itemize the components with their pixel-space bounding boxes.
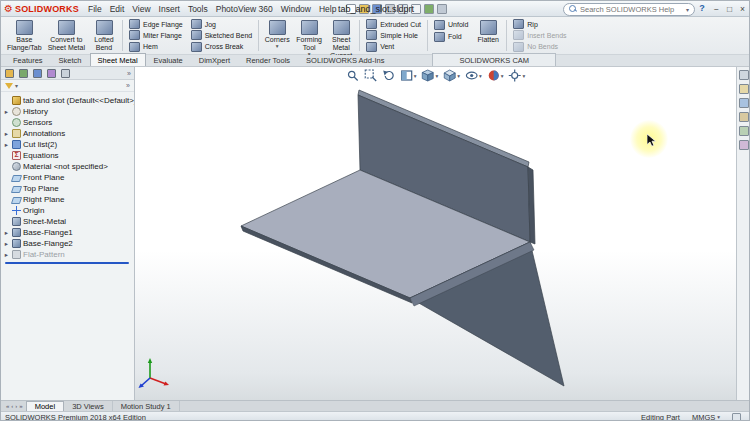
- tree-item-cut-list-2[interactable]: ▸Cut list(2): [3, 139, 134, 150]
- ribbon-button-sheet-metal-gusset[interactable]: Sheet Metal Gusset: [325, 18, 357, 53]
- filter-caret-icon[interactable]: ▾: [15, 82, 18, 89]
- menu-edit[interactable]: Edit: [106, 4, 129, 14]
- ribbon-button-hem[interactable]: Hem: [127, 42, 185, 52]
- view-orientation-button[interactable]: ▾: [420, 69, 439, 82]
- tab-features[interactable]: Features: [5, 53, 51, 66]
- edit-appearance-button[interactable]: ▾: [486, 69, 505, 82]
- appearances-icon[interactable]: [739, 140, 749, 150]
- tree-item-base-flange2[interactable]: ▸Base-Flange2: [3, 238, 134, 249]
- view-palette-icon[interactable]: [739, 126, 749, 136]
- file-explorer-icon[interactable]: [739, 112, 749, 122]
- design-library-icon[interactable]: [739, 98, 749, 108]
- panel-collapse-icon[interactable]: »: [126, 82, 130, 89]
- tree-item-sensors[interactable]: Sensors: [3, 117, 134, 128]
- search-caret-icon[interactable]: ▾: [686, 6, 689, 13]
- ribbon-button-miter-flange[interactable]: Miter Flange: [127, 30, 185, 40]
- help-button[interactable]: ?: [697, 3, 707, 13]
- scroll-right-icon[interactable]: ›: [15, 403, 17, 409]
- menu-photoview-360[interactable]: PhotoView 360: [212, 4, 277, 14]
- tree-item-material-not-specified[interactable]: Material <not specified>: [3, 161, 134, 172]
- scroll-left-icon[interactable]: ‹: [11, 403, 13, 409]
- menu-window[interactable]: Window: [277, 4, 315, 14]
- hide-items-button[interactable]: ▾: [464, 69, 483, 82]
- tree-item-annotations[interactable]: ▸Annotations: [3, 128, 134, 139]
- sheet-metal-part[interactable]: [135, 67, 736, 400]
- menu-help[interactable]: Help: [315, 4, 340, 14]
- tree-item-origin[interactable]: Origin: [3, 205, 134, 216]
- tab-sketch[interactable]: Sketch: [51, 53, 90, 66]
- tab-propertymanager[interactable]: [18, 68, 29, 79]
- menu-view[interactable]: View: [128, 4, 154, 14]
- collapse-icon[interactable]: [739, 70, 749, 80]
- ribbon-button-vent[interactable]: Vent: [364, 42, 423, 52]
- menu-insert[interactable]: Insert: [155, 4, 184, 14]
- tree-item-front-plane[interactable]: Front Plane: [3, 172, 134, 183]
- tree-item-flat-pattern[interactable]: ▸Flat-Pattern: [3, 249, 134, 260]
- expand-arrow-icon[interactable]: ▸: [3, 240, 10, 248]
- tab-displaymanager[interactable]: [60, 68, 71, 79]
- tree-item-sheet-metal[interactable]: Sheet-Metal: [3, 216, 134, 227]
- close-button[interactable]: ×: [736, 4, 749, 14]
- tab-model[interactable]: Model: [26, 401, 64, 411]
- ribbon-button-forming-tool[interactable]: Forming Tool▾: [293, 18, 325, 53]
- custom-properties-tag-icon[interactable]: [732, 413, 741, 421]
- ribbon-button-simple-hole[interactable]: Simple Hole: [364, 30, 423, 40]
- search-input[interactable]: [580, 5, 683, 14]
- tab-evaluate[interactable]: Evaluate: [146, 53, 191, 66]
- tab-solidworks-add-ins[interactable]: SOLIDWORKS Add-Ins: [298, 53, 392, 66]
- maximize-button[interactable]: □: [723, 4, 736, 14]
- tree-item-history[interactable]: ▸History: [3, 106, 134, 117]
- ribbon-button-corners[interactable]: Corners▾: [261, 18, 293, 53]
- expand-arrow-icon[interactable]: ▸: [3, 229, 10, 237]
- scroll-first-icon[interactable]: «: [6, 403, 9, 409]
- tree-item-base-flange1[interactable]: ▸Base-Flange1: [3, 227, 134, 238]
- section-view-button[interactable]: ▾: [399, 69, 418, 82]
- ribbon-button-lofted-bend[interactable]: Lofted Bend: [88, 18, 120, 53]
- zoom-area-button[interactable]: [363, 69, 378, 82]
- minimize-button[interactable]: −: [710, 4, 723, 14]
- ribbon-button-convert-to-sheet-metal[interactable]: Convert to Sheet Metal: [45, 18, 88, 53]
- tree-item-top-plane[interactable]: Top Plane: [3, 183, 134, 194]
- tab-3d-views[interactable]: 3D Views: [64, 401, 113, 411]
- tree-item-tab-and-slot-default-default-display[interactable]: tab and slot (Default<<Default>_Display: [3, 95, 134, 106]
- unit-system-selector[interactable]: MMGS ▾: [692, 413, 720, 421]
- tab-solidworks-cam[interactable]: SOLIDWORKS CAM: [432, 53, 556, 66]
- tab-sheet-metal[interactable]: Sheet Metal: [90, 53, 146, 66]
- graphics-viewport[interactable]: ▾▾▾▾▾▾: [135, 67, 736, 400]
- ribbon-button-jog[interactable]: Jog: [189, 19, 254, 29]
- tab-motion-study-1[interactable]: Motion Study 1: [113, 401, 180, 411]
- tab-dimxpertmanager[interactable]: [46, 68, 57, 79]
- ribbon-button-flatten[interactable]: Flatten: [472, 18, 504, 53]
- menu-tools[interactable]: Tools: [184, 4, 212, 14]
- view-settings-button[interactable]: ▾: [508, 69, 527, 82]
- filter-icon[interactable]: [5, 83, 13, 89]
- options-icon[interactable]: [437, 4, 447, 14]
- previous-view-button[interactable]: [381, 69, 396, 82]
- tree-item-equations[interactable]: Equations: [3, 150, 134, 161]
- ribbon-button-sketched-bend[interactable]: Sketched Bend: [189, 30, 254, 40]
- ribbon-button-rip[interactable]: Rip: [511, 19, 568, 29]
- tab-featuremanager[interactable]: [4, 68, 15, 79]
- ribbon-button-extruded-cut[interactable]: Extruded Cut: [364, 19, 423, 29]
- rebuild-icon[interactable]: [424, 4, 434, 14]
- expand-arrow-icon[interactable]: ▸: [3, 251, 10, 259]
- ribbon-button-unfold[interactable]: Unfold: [432, 19, 470, 30]
- scroll-last-icon[interactable]: »: [19, 403, 22, 409]
- help-search-box[interactable]: ▾: [563, 3, 695, 16]
- tab-render-tools[interactable]: Render Tools: [238, 53, 298, 66]
- menu-file[interactable]: File: [84, 4, 106, 14]
- expand-arrow-icon[interactable]: ▸: [3, 141, 10, 149]
- tab-strip-overflow-icon[interactable]: »: [127, 70, 131, 77]
- rollback-bar[interactable]: [5, 262, 129, 264]
- ribbon-button-cross-break[interactable]: Cross Break: [189, 42, 254, 52]
- ribbon-button-base-flange-tab[interactable]: Base Flange/Tab: [4, 18, 45, 53]
- tab-configurationmanager[interactable]: [32, 68, 43, 79]
- tab-dimxpert[interactable]: DimXpert: [191, 53, 238, 66]
- ribbon-button-edge-flange[interactable]: Edge Flange: [127, 19, 185, 29]
- display-style-button[interactable]: ▾: [442, 69, 461, 82]
- tree-item-right-plane[interactable]: Right Plane: [3, 194, 134, 205]
- resources-icon[interactable]: [739, 84, 749, 94]
- zoom-fit-button[interactable]: [345, 69, 360, 82]
- expand-arrow-icon[interactable]: ▸: [3, 130, 10, 138]
- ribbon-button-fold[interactable]: Fold: [432, 31, 470, 42]
